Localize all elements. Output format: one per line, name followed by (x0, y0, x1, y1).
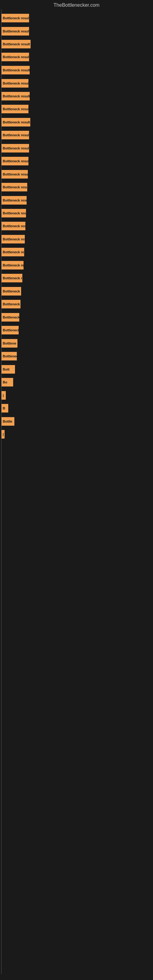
bar-item: Bottleneck result (2, 52, 29, 61)
bar-item: Bottleneck result (2, 209, 26, 218)
bar-label: Bottleneck result (3, 224, 26, 228)
site-title: TheBottlenecker.com (0, 0, 153, 9)
bar-label: Bottleneck re (3, 250, 24, 254)
bar-label: Bottleneck (3, 290, 20, 293)
bar-label: Bottleneck res (3, 328, 19, 332)
bar-item: Bottleneck result (2, 40, 30, 48)
bar-label: Bottlene (3, 342, 16, 345)
bar-label: Bottleneck result (3, 16, 29, 20)
bar-label: Bottle (3, 420, 12, 423)
bar-item: B (2, 404, 8, 412)
bar-item: Bo (2, 378, 13, 387)
bar-item: Bottleneck re (2, 248, 24, 256)
bar-label: Bottleneck result (3, 29, 29, 33)
bar-item: Bottleneck result (2, 79, 29, 88)
bar-item: Bottle (2, 417, 14, 426)
bar-item: Bottleneck result (2, 196, 27, 205)
bar-label: | (3, 393, 4, 397)
bar-item: Bottleneck result (2, 66, 30, 75)
bar-item: Bottleneck (2, 313, 19, 321)
bar-label: Bottleneck result (3, 185, 27, 189)
bar-label: Bottleneck result (3, 146, 29, 150)
bar-item: | (2, 391, 6, 400)
bar-item: Bottleneck result (2, 144, 29, 153)
bar-item: Bottleneck result (2, 183, 27, 191)
bar-label: Bo (3, 380, 7, 384)
bar-label: | (3, 433, 4, 436)
bar-label: Bottleneck result (3, 107, 29, 111)
bar-label: Bottleneck result (3, 55, 29, 59)
bar-item: Bottleneck result (2, 131, 29, 139)
bar-item: Bottleneck (2, 287, 21, 296)
bar-item: Bottleneck result (2, 261, 24, 269)
bar-label: Bott (3, 368, 10, 371)
bar-item: Bottleneck r (2, 352, 17, 360)
bar-item: Bottlene (2, 339, 18, 348)
bar-item: Bottleneck result (2, 157, 29, 165)
bar-label: Bottleneck result (3, 68, 30, 72)
bar-item: Bottleneck result (2, 27, 29, 35)
bar-item: Bottleneck result (2, 118, 30, 126)
bar-label: Bottleneck (3, 315, 19, 319)
bar-label: Bottleneck r (3, 302, 21, 306)
bar-item: Bottleneck result (2, 92, 30, 100)
bar-label: Bottleneck result (3, 172, 28, 176)
bar-label: Bottleneck result (3, 42, 30, 46)
bar-label: B (3, 406, 5, 410)
bar-label: Bottleneck r (3, 276, 22, 280)
bar-item: Bottleneck result (2, 14, 29, 22)
bar-label: Bottleneck result (3, 133, 29, 137)
bar-label: Bottleneck result (3, 237, 25, 241)
bar-item: Bottleneck result (2, 170, 28, 178)
chart-area: Bottleneck resultBottleneck resultBottle… (0, 9, 153, 974)
bar-label: Bottleneck result (3, 159, 29, 163)
bar-item: Bottleneck r (2, 274, 22, 282)
bar-label: Bottleneck result (3, 211, 26, 215)
bar-item: Bottleneck r (2, 300, 21, 309)
bar-item: Bottleneck result (2, 222, 26, 230)
bar-item: | (2, 430, 5, 439)
bar-label: Bottleneck result (3, 120, 30, 124)
bar-item: Bottleneck res (2, 326, 19, 334)
bar-item: Bottleneck result (2, 105, 29, 113)
bar-label: Bottleneck result (3, 199, 27, 202)
axis-line (1, 9, 2, 974)
bar-label: Bottleneck r (3, 354, 17, 358)
bar-label: Bottleneck result (3, 81, 29, 85)
bar-item: Bott (2, 365, 15, 374)
bar-label: Bottleneck result (3, 94, 30, 98)
bar-label: Bottleneck result (3, 263, 24, 267)
bar-item: Bottleneck result (2, 235, 25, 243)
